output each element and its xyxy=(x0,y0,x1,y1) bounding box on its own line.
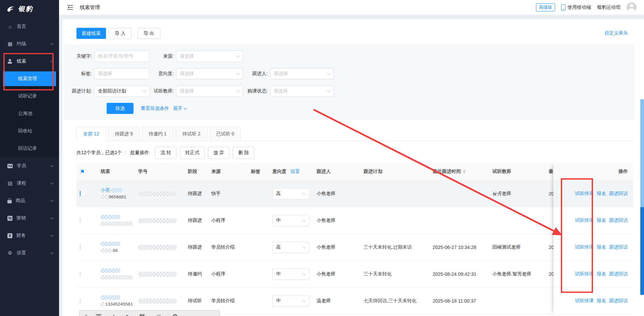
expand-filters-link[interactable]: 展开 xyxy=(173,106,186,112)
chevron-down-icon xyxy=(50,164,54,167)
scrollbar-thumb[interactable] xyxy=(640,207,644,295)
export-button[interactable]: 导 出 xyxy=(138,28,160,39)
action-试听排课[interactable]: 试听排课 xyxy=(575,244,594,250)
action-跟进回访[interactable]: 跟进回访 xyxy=(609,298,628,304)
tab-全部[interactable]: 全部 12 xyxy=(76,127,106,141)
sidebar-item-财务[interactable]: ¥ 财务 xyxy=(0,227,59,244)
lead-name[interactable] xyxy=(101,295,133,301)
sidebar-item-营销[interactable]: % 营销 xyxy=(0,209,59,227)
action-试听排课[interactable]: 试听排课 xyxy=(575,217,594,224)
lead-name[interactable]: 小亮 xyxy=(101,187,133,193)
batch-button-放弃[interactable]: 放 弃 xyxy=(208,147,229,159)
action-试听排课[interactable]: 试听排课 xyxy=(575,298,594,304)
tab-待邀约[interactable]: 待邀约 1 xyxy=(142,127,173,141)
intent-select[interactable]: 高 xyxy=(272,242,309,253)
action-报名[interactable]: 报名 xyxy=(597,244,606,250)
sidebar-subitem-5[interactable]: 公海池 xyxy=(0,105,59,122)
row-checkbox[interactable] xyxy=(80,191,80,196)
version-badge[interactable]: 高级版 xyxy=(536,3,555,11)
new-lead-button[interactable]: 新建线索 xyxy=(76,28,106,39)
tab-待试听[interactable]: 待试听 2 xyxy=(176,127,207,141)
row-checkbox[interactable] xyxy=(80,298,80,304)
user-avatar[interactable] xyxy=(627,2,637,12)
action-报名[interactable]: 报名 xyxy=(597,217,606,224)
intent-cell: 高 xyxy=(267,188,311,199)
lead-name[interactable] xyxy=(101,214,133,220)
intent-select[interactable]: 中 xyxy=(272,215,309,226)
sidebar-item-线索[interactable]: 线索 xyxy=(0,53,59,70)
batch-button-转正式[interactable]: 转正式 xyxy=(180,147,205,159)
sidebar-subitem-6[interactable]: 回收站 xyxy=(0,122,59,140)
tab-待跟进[interactable]: 待跟进 5 xyxy=(108,127,140,141)
ime-toolbar[interactable]: ‖ 英♪●简☺⚙ xyxy=(79,310,220,316)
ime-glyph[interactable]: ♪ xyxy=(112,313,115,316)
lead-phone: 86 xyxy=(101,248,133,254)
filter-input[interactable]: 请选择 xyxy=(176,85,243,97)
tab-已试听[interactable]: 已试听 0 xyxy=(210,127,241,141)
app-logo[interactable]: 银豹 xyxy=(0,0,59,18)
reset-filters-link[interactable]: 重置筛选条件 xyxy=(141,106,169,112)
sidebar-item-约场[interactable]: ▦ 约场 xyxy=(0,35,59,53)
filter-input[interactable]: 请选择 xyxy=(270,68,334,79)
col-source: 来源 xyxy=(206,169,246,175)
menu-fold-icon[interactable] xyxy=(67,5,73,10)
chevron-down-icon xyxy=(50,234,54,237)
action-报名[interactable]: 报名 xyxy=(597,298,606,304)
org-name[interactable]: 银豹运动馆 xyxy=(597,4,621,10)
ime-glyph[interactable]: 简 xyxy=(139,313,146,316)
sidebar-item-学员[interactable]: 学员 xyxy=(0,157,59,175)
sidebar-item-商品[interactable]: 商品 xyxy=(0,192,59,209)
action-跟进回访[interactable]: 跟进回访 xyxy=(609,217,628,224)
filter-input[interactable]: 全部回访计划 xyxy=(94,85,150,97)
ime-glyph[interactable]: ⚙ xyxy=(172,313,178,316)
sidebar-subitem-3[interactable]: 线索管理 xyxy=(3,71,56,86)
row-checkbox[interactable] xyxy=(80,271,80,277)
sidebar-item-课程[interactable]: ▤ 课程 xyxy=(0,175,59,192)
intent-select[interactable]: 中 xyxy=(272,268,309,280)
action-跟进回访[interactable]: 跟进回访 xyxy=(609,191,628,197)
vertical-scrollbar[interactable] xyxy=(640,99,644,295)
filter-label: 跟进计划: xyxy=(66,88,92,94)
select-all-checkbox[interactable] xyxy=(80,169,80,174)
intent-select[interactable]: 高 xyxy=(272,188,309,199)
filter-input[interactable]: 请选择 xyxy=(270,85,334,97)
intent-settings-link[interactable]: 设置 xyxy=(290,169,300,174)
action-试听排课[interactable]: 试听排课 xyxy=(575,191,594,197)
ime-glyph[interactable]: ● xyxy=(125,313,129,316)
action-跟进回访[interactable]: 跟进回访 xyxy=(609,244,628,250)
filter-button[interactable]: 筛选 xyxy=(107,103,133,114)
ime-drag-handle[interactable]: ‖ xyxy=(85,313,87,316)
sidebar-item-首页[interactable]: ⌂ 首页 xyxy=(0,18,59,35)
lead-name[interactable] xyxy=(101,268,133,274)
use-mobile-entry[interactable]: 使用移动端 xyxy=(561,4,591,11)
filter-input[interactable]: 请选择 xyxy=(176,68,243,79)
chevron-down-icon xyxy=(184,106,187,110)
import-button[interactable]: 导 入 xyxy=(109,28,131,39)
intent-select[interactable]: 中 xyxy=(272,295,309,307)
sort-icons[interactable] xyxy=(463,170,466,174)
action-报名[interactable]: 报名 xyxy=(597,271,606,277)
filter-input[interactable]: 请选择 xyxy=(176,51,243,62)
row-checkbox[interactable] xyxy=(80,218,80,223)
sidebar-subitem-4[interactable]: 试听记录 xyxy=(0,87,59,105)
chevron-down-icon xyxy=(302,271,306,275)
filter-input[interactable]: 姓名/手机号/学号 xyxy=(94,51,150,62)
intent-cell: 中 xyxy=(267,295,311,307)
ime-glyph[interactable]: ☺ xyxy=(156,313,162,316)
row-checkbox[interactable] xyxy=(80,245,80,250)
lead-name[interactable] xyxy=(101,241,133,247)
table-header: 线索 学号 阶段 来源 标签 意向度 设置 跟进人 跟进计划 最近跟进时间 试听… xyxy=(76,163,633,180)
sidebar-item-设置[interactable]: ⚙ 设置 xyxy=(0,244,59,262)
filter-input[interactable]: 请选择 xyxy=(94,68,150,79)
action-跟进回访[interactable]: 跟进回访 xyxy=(609,271,628,277)
filter-label: 跟进人: xyxy=(244,71,268,77)
ime-glyph[interactable]: 英 xyxy=(96,313,102,316)
sidebar-subitem-7[interactable]: 回访记录 xyxy=(0,140,59,157)
batch-button-删除[interactable]: 删 除 xyxy=(233,147,254,159)
customize-header-link[interactable]: 自定义表头 xyxy=(604,30,628,36)
action-试听排课[interactable]: 试听排课 xyxy=(575,271,594,277)
action-报名[interactable]: 报名 xyxy=(597,191,606,197)
batch-button-流转[interactable]: 流 转 xyxy=(155,147,176,159)
yen-icon: ¥ xyxy=(7,233,12,238)
filter-field: 意向度: 请选择 xyxy=(150,68,243,79)
